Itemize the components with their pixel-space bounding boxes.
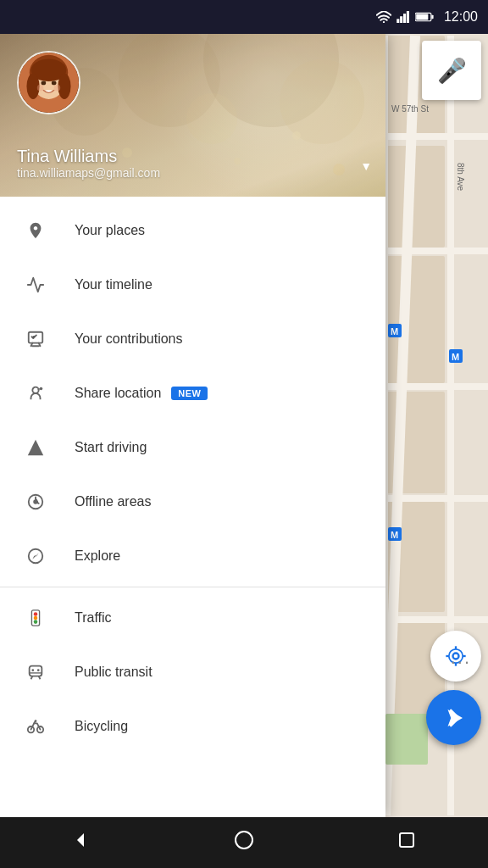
svg-rect-49 <box>29 332 43 343</box>
microphone-button[interactable]: 🎤 <box>422 41 481 100</box>
svg-rect-76 <box>416 14 428 19</box>
svg-point-70 <box>383 21 385 23</box>
navigate-icon <box>441 705 467 731</box>
share-location-icon <box>20 378 51 409</box>
svg-text:8th Ave: 8th Ave <box>456 163 465 192</box>
public-transit-icon <box>20 657 51 687</box>
user-name: Tina Williams <box>17 147 160 166</box>
menu-label-explore: Explore <box>75 548 120 564</box>
menu-label-public-transit: Public transit <box>75 665 152 680</box>
menu-item-explore[interactable]: Explore <box>0 529 385 583</box>
more-options[interactable]: ··· <box>451 651 471 673</box>
svg-rect-73 <box>403 14 406 23</box>
svg-point-47 <box>37 85 44 92</box>
menu-item-public-transit[interactable]: Public transit <box>0 645 385 699</box>
menu-list: Your places Your timeline Your contribut… <box>0 197 385 817</box>
avatar-image <box>19 53 79 113</box>
svg-point-59 <box>34 612 38 616</box>
svg-point-46 <box>52 81 57 86</box>
back-button[interactable] <box>51 823 112 862</box>
svg-point-65 <box>31 669 34 671</box>
menu-divider <box>0 587 385 587</box>
svg-point-66 <box>37 669 40 671</box>
places-icon <box>20 215 51 246</box>
svg-text:M: M <box>391 326 398 337</box>
svg-point-48 <box>54 85 61 92</box>
svg-text:M: M <box>391 530 398 540</box>
menu-item-your-contributions[interactable]: Your contributions <box>0 312 385 366</box>
svg-rect-74 <box>407 11 409 23</box>
status-time: 12:00 <box>444 9 478 25</box>
sidebar-header: Tina Williams tina.williamaps@gmail.com … <box>0 34 385 197</box>
menu-item-share-location[interactable]: Share location NEW <box>0 366 385 420</box>
svg-rect-62 <box>30 666 42 676</box>
menu-item-traffic[interactable]: Traffic <box>0 591 385 645</box>
svg-point-69 <box>35 720 37 722</box>
svg-rect-77 <box>431 15 433 19</box>
timeline-icon <box>20 270 51 300</box>
menu-label-your-contributions: Your contributions <box>75 331 183 347</box>
contributions-icon <box>20 324 51 354</box>
menu-label-your-places: Your places <box>75 223 145 238</box>
bicycling-icon <box>20 711 51 742</box>
svg-rect-72 <box>400 16 402 23</box>
offline-areas-icon <box>20 487 51 517</box>
status-bar: 12:00 <box>0 0 488 34</box>
svg-point-60 <box>34 616 38 620</box>
navigate-fab[interactable] <box>426 690 481 745</box>
svg-rect-13 <box>385 616 488 623</box>
svg-rect-71 <box>396 19 399 23</box>
wifi-icon <box>376 11 391 23</box>
svg-point-36 <box>234 158 241 164</box>
svg-rect-15 <box>385 714 428 765</box>
svg-point-54 <box>33 499 38 504</box>
menu-label-start-driving: Start driving <box>75 440 147 455</box>
bottom-nav <box>0 817 488 868</box>
recents-button[interactable] <box>376 823 437 862</box>
traffic-icon <box>20 603 51 633</box>
svg-point-50 <box>32 387 38 393</box>
user-info: Tina Williams tina.williamaps@gmail.com <box>17 147 160 180</box>
svg-text:W 57th St: W 57th St <box>391 104 429 114</box>
svg-marker-78 <box>77 833 84 847</box>
menu-label-traffic: Traffic <box>75 610 112 626</box>
user-email: tina.williamaps@gmail.com <box>17 166 160 180</box>
menu-label-offline-areas: Offline areas <box>75 494 151 509</box>
signal-icon <box>396 11 410 23</box>
menu-item-your-places[interactable]: Your places <box>0 203 385 258</box>
avatar-svg <box>19 51 79 114</box>
svg-point-61 <box>34 620 38 624</box>
svg-rect-80 <box>400 833 413 847</box>
menu-label-your-timeline: Your timeline <box>75 277 152 292</box>
new-badge: NEW <box>171 387 208 400</box>
svg-point-34 <box>186 93 237 144</box>
menu-item-bicycling[interactable]: Bicycling <box>0 699 385 754</box>
svg-rect-10 <box>385 248 488 254</box>
svg-rect-9 <box>385 133 488 140</box>
svg-point-45 <box>42 81 47 86</box>
sidebar: Tina Williams tina.williamaps@gmail.com … <box>0 34 385 817</box>
menu-item-offline-areas[interactable]: Offline areas <box>0 475 385 529</box>
microphone-icon: 🎤 <box>437 57 467 85</box>
menu-item-start-driving[interactable]: Start driving <box>0 420 385 475</box>
svg-point-38 <box>333 164 345 175</box>
svg-text:M: M <box>452 352 459 362</box>
status-icons: 12:00 <box>376 9 478 25</box>
svg-rect-3 <box>385 256 445 383</box>
svg-point-51 <box>40 387 43 391</box>
svg-marker-52 <box>28 440 43 455</box>
menu-label-bicycling: Bicycling <box>75 719 128 734</box>
menu-item-your-timeline[interactable]: Your timeline <box>0 258 385 312</box>
home-button[interactable] <box>214 823 274 862</box>
user-avatar <box>17 51 80 114</box>
start-driving-icon <box>20 432 51 463</box>
explore-icon <box>20 541 51 571</box>
account-dropdown-arrow[interactable]: ▼ <box>360 159 372 173</box>
svg-point-37 <box>292 131 301 140</box>
svg-point-32 <box>280 59 364 144</box>
battery-icon <box>415 12 434 22</box>
svg-point-79 <box>236 832 252 849</box>
menu-label-share-location: Share location <box>75 386 161 401</box>
